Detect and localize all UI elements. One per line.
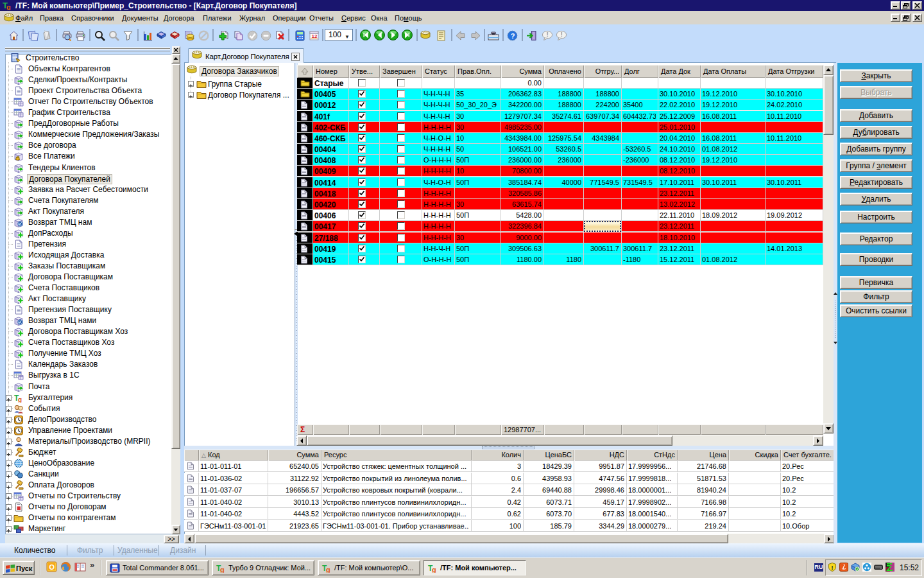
svg-text:g: g [18,396,22,403]
svg-text:?: ? [511,32,515,40]
svg-text:O: O [49,563,55,571]
svg-text:!: ! [546,31,548,39]
svg-text:g: g [220,566,225,573]
svg-text:g: g [326,566,330,573]
svg-text:!: ! [831,565,833,571]
svg-text:g: g [432,566,436,573]
svg-text:!: ! [560,31,562,39]
svg-text:g: g [6,3,11,10]
